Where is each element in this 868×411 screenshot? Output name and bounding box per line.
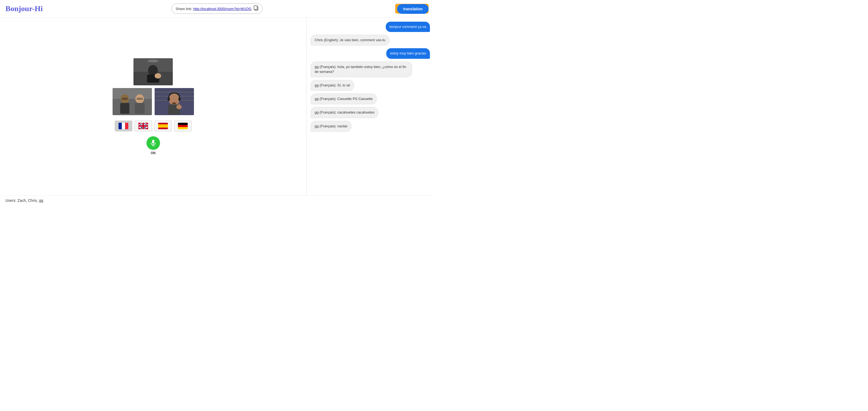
app-logo: Bonjour-Hi	[5, 4, 49, 13]
svg-point-10	[121, 94, 129, 103]
flag-button-de[interactable]	[174, 121, 192, 131]
svg-rect-11	[120, 103, 129, 114]
flag-de-icon	[178, 123, 188, 129]
copy-icon[interactable]	[254, 5, 258, 12]
chat-message: gg (Français): cacahuetes cacahuetes	[311, 107, 378, 118]
svg-point-14	[135, 94, 144, 103]
chat-message: estoy muy bien gracias	[386, 48, 430, 59]
chat-message: gg (Français): vacilar	[311, 121, 351, 132]
flag-button-es[interactable]	[154, 121, 172, 131]
translation-button[interactable]: translation	[397, 4, 429, 14]
svg-point-4	[148, 60, 158, 62]
svg-rect-26	[179, 98, 181, 101]
users-label: Users: Zach, Chris, gg	[5, 198, 43, 203]
flags-row	[115, 121, 192, 131]
flag-fr-icon	[119, 123, 128, 129]
svg-rect-41	[138, 125, 148, 127]
video-thumb-top	[133, 58, 173, 85]
video-area: ON	[0, 18, 307, 195]
chat-message: gg (Français): Sí, lo sé	[311, 80, 354, 91]
chat-message: gg (Français): hola, yo también estoy bi…	[311, 62, 412, 77]
video-thumb-right	[155, 88, 194, 115]
chat-message: Chris (English): Je vais bien, comment v…	[311, 35, 390, 45]
mic-label: ON	[151, 151, 156, 155]
chat-area: bonjour comment ça vaChris (English): Je…	[307, 18, 434, 195]
svg-rect-46	[152, 140, 154, 144]
svg-rect-25	[167, 98, 170, 101]
flag-button-uk[interactable]	[134, 121, 152, 131]
chat-message: bonjour comment ça va	[386, 22, 430, 32]
share-link-label: Share link:	[176, 7, 192, 11]
mic-section: ON	[147, 136, 160, 155]
mic-icon	[151, 140, 156, 146]
flag-es-icon	[158, 123, 168, 129]
share-link-container: Share link: http://localhost:3000/room?i…	[172, 3, 262, 14]
svg-point-27	[172, 102, 176, 104]
flag-uk-icon	[138, 123, 148, 129]
svg-rect-9	[113, 88, 152, 99]
flag-button-fr[interactable]	[115, 121, 132, 131]
video-row-top	[133, 58, 173, 85]
svg-rect-1	[254, 6, 257, 9]
footer: Users: Zach, Chris, gg	[0, 195, 434, 205]
video-thumb-left	[113, 88, 152, 115]
header: Bonjour-Hi Share link: http://localhost:…	[0, 0, 434, 18]
svg-rect-15	[135, 103, 145, 114]
chat-messages-wrapper: bonjour comment ça vaChris (English): Je…	[311, 22, 430, 191]
share-link-url: http://localhost:3000/room?id=W1OG	[193, 7, 251, 11]
chat-message: gg (Français): Caouette PS Caouette	[311, 94, 377, 104]
video-row-bottom	[113, 88, 194, 115]
mic-button[interactable]	[147, 136, 160, 150]
svg-point-7	[155, 73, 161, 78]
main-content: ON bonjour comment ça vaChris (English):…	[0, 18, 434, 195]
video-grid	[113, 58, 194, 115]
